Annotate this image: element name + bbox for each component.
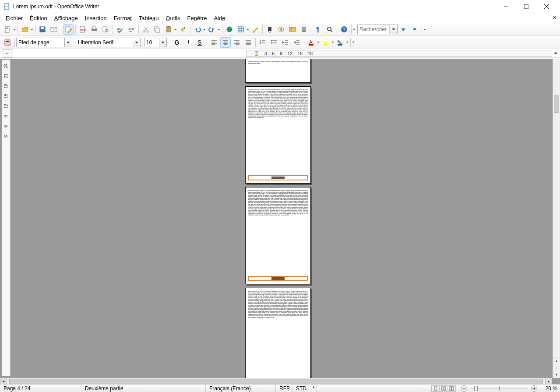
document-area[interactable]: Lorem ipsum dolor sit amet consectetur a… [12, 59, 552, 378]
spellcheck-button[interactable]: ABC [115, 24, 125, 35]
open-button[interactable] [20, 24, 30, 35]
copy-button[interactable] [152, 24, 162, 35]
zoom-slider-knob[interactable] [474, 386, 478, 391]
gallery-button[interactable] [287, 24, 298, 35]
hyperlink-button[interactable] [224, 24, 235, 35]
search-box[interactable] [357, 25, 398, 34]
styles-window-button[interactable] [2, 37, 13, 48]
font-name-combo[interactable] [76, 38, 141, 47]
undo-dropdown[interactable] [202, 28, 206, 32]
page-preview[interactable]: Lorem ipsum dolor sit amet, consectetur … [245, 288, 311, 378]
font-size-input[interactable] [144, 38, 159, 47]
search-input[interactable] [358, 25, 389, 34]
menu-edition[interactable]: Édition [27, 14, 50, 22]
font-color-dropdown[interactable] [316, 40, 320, 44]
page-preview[interactable]: Lorem ipsum dolor sit amet, consectetur … [245, 86, 311, 184]
highlight-dropdown[interactable] [331, 40, 335, 44]
hscroll-left-button[interactable]: ◂ [0, 379, 7, 384]
save-button[interactable] [37, 24, 48, 35]
font-name-input[interactable] [76, 38, 133, 47]
zoom-slider[interactable] [471, 388, 528, 389]
zoom-button[interactable] [324, 24, 335, 35]
bulleted-list-button[interactable] [269, 37, 279, 48]
nav-next-page-button[interactable]: ▾ [553, 371, 560, 378]
menu-fichier[interactable]: Fichier [3, 14, 26, 22]
zoom-out-button[interactable]: − [461, 385, 467, 392]
undo-button[interactable] [192, 24, 203, 35]
status-section[interactable]: Deuxième partie [81, 385, 206, 392]
underline-button[interactable]: S [194, 37, 205, 48]
export-pdf-button[interactable]: PDF [77, 24, 88, 35]
redo-button[interactable] [207, 24, 217, 35]
status-insert-mode[interactable]: RFP [276, 385, 292, 392]
window-maximize-button[interactable] [516, 0, 536, 13]
nav-prev-page-button[interactable]: ▴ [553, 357, 560, 364]
hscroll-thumb[interactable] [9, 379, 543, 384]
format-paintbrush-button[interactable] [178, 24, 188, 35]
vertical-scrollbar[interactable]: ▴ ◦ ▾ [553, 59, 560, 378]
cut-button[interactable] [141, 24, 151, 35]
hscroll-right-button[interactable]: ▸ [545, 379, 552, 384]
numbered-list-button[interactable]: 12 [257, 37, 268, 48]
zoom-in-button[interactable]: + [531, 385, 537, 392]
help-button[interactable]: ? [339, 24, 349, 35]
edit-mode-button[interactable] [63, 24, 74, 35]
increase-indent-button[interactable] [292, 37, 302, 48]
page-preview[interactable]: Lorem ipsum dolor sit amet consectetur a… [245, 59, 311, 83]
email-button[interactable] [49, 24, 59, 35]
horizontal-ruler[interactable]: ⌛ 3 6 9 12 15 18 [247, 50, 552, 57]
page-preview[interactable]: Lorem ipsum dolor sit amet, consectetur … [245, 187, 311, 284]
redo-dropdown[interactable] [217, 28, 221, 32]
new-doc-dropdown[interactable] [12, 28, 16, 32]
vertical-ruler[interactable]: 24 21 18 15 12 9 6 3 [2, 60, 11, 376]
bgcolor-button[interactable] [335, 37, 345, 48]
bold-button[interactable]: G [172, 37, 182, 48]
status-modified[interactable]: * [309, 385, 317, 392]
decrease-indent-button[interactable] [280, 37, 291, 48]
page-footer-selected[interactable] [248, 175, 308, 180]
find-button[interactable] [264, 24, 275, 35]
window-close-button[interactable] [536, 0, 556, 13]
font-name-arrow[interactable] [133, 38, 141, 47]
search-toolbar-overflow[interactable] [423, 28, 426, 32]
paragraph-style-arrow[interactable] [64, 38, 72, 47]
autospell-button[interactable]: ABC [126, 24, 137, 35]
view-book-icon[interactable] [447, 386, 455, 391]
search-up-button[interactable] [409, 24, 420, 35]
status-selection-mode[interactable]: STD [292, 385, 309, 392]
nav-browse-button[interactable]: ◦ [553, 364, 560, 371]
paste-dropdown[interactable] [173, 28, 177, 32]
navigator-button[interactable] [276, 24, 286, 35]
paragraph-style-input[interactable] [16, 38, 64, 47]
table-button[interactable] [236, 24, 246, 35]
window-minimize-button[interactable] [496, 0, 516, 13]
highlight-button[interactable] [321, 37, 331, 48]
menu-insertion[interactable]: Insertion [82, 14, 110, 22]
vscroll-thumb[interactable] [554, 95, 559, 113]
search-down-button[interactable] [398, 24, 409, 35]
status-language[interactable]: Français (France) [206, 385, 276, 392]
horizontal-scrollbar[interactable]: ◂ ▸ [0, 378, 552, 384]
new-doc-button[interactable] [2, 24, 13, 35]
align-left-button[interactable] [209, 37, 219, 48]
ruler-corner[interactable]: ⌐ [2, 49, 13, 58]
menu-aide[interactable]: Aide [211, 14, 228, 22]
nonprinting-chars-button[interactable]: ¶ [313, 24, 324, 35]
font-color-button[interactable]: A [306, 37, 317, 48]
open-dropdown[interactable] [30, 28, 34, 32]
status-signature[interactable] [317, 385, 431, 392]
font-size-arrow[interactable] [159, 38, 167, 47]
align-justify-button[interactable] [243, 37, 254, 48]
status-page[interactable]: Page 4 / 24 [0, 385, 81, 392]
document-close-button[interactable]: × [553, 14, 556, 21]
toolbar-overflow[interactable] [352, 28, 356, 32]
menu-format[interactable]: Format [111, 14, 135, 22]
align-right-button[interactable] [232, 37, 242, 48]
align-center-button[interactable] [220, 37, 231, 48]
print-button[interactable] [89, 24, 99, 35]
formatting-toolbar-overflow[interactable] [351, 40, 355, 44]
page-footer-selected[interactable] [248, 276, 308, 281]
menu-outils[interactable]: Outils [162, 14, 183, 22]
drawing-button[interactable] [250, 24, 261, 35]
view-layout-buttons[interactable] [431, 385, 456, 392]
